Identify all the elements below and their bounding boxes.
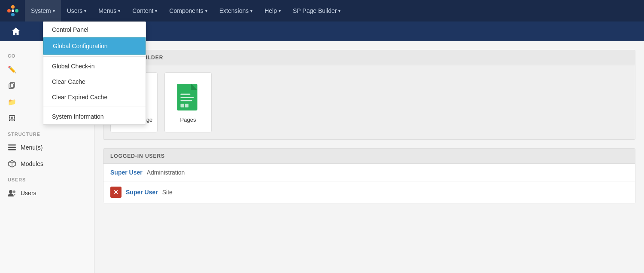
nav-sp-page-builder[interactable]: SP Page Builder ▾ (287, 0, 346, 21)
svg-rect-26 (185, 104, 188, 107)
sidebar-item-users[interactable]: Users (0, 185, 94, 201)
content-arrow-icon: ▾ (155, 9, 157, 13)
dropdown-clear-cache[interactable]: Clear Cache (43, 74, 146, 89)
dropdown-divider-2 (43, 107, 146, 107)
sidebar-item-modules[interactable]: Modules (0, 156, 94, 172)
nav-items: System ▾ Users ▾ Menus ▾ Content ▾ Compo… (25, 0, 346, 21)
nav-extensions[interactable]: Extensions ▾ (213, 0, 258, 21)
dropdown-system-info[interactable]: System Information (43, 109, 146, 124)
svg-rect-25 (181, 104, 184, 107)
components-arrow-icon: ▾ (205, 9, 207, 13)
user-row-admin: Super User Administration (103, 164, 635, 181)
nav-components[interactable]: Components ▾ (163, 0, 213, 21)
dropdown-divider-1 (43, 56, 146, 57)
pencil-icon: ✏️ (8, 65, 16, 74)
menus-arrow-icon: ▾ (118, 9, 120, 13)
sp-page-builder-title: SP PAGE BUILDER (103, 50, 635, 65)
svg-point-15 (13, 190, 15, 193)
svg-point-14 (9, 190, 12, 193)
sidebar-item-menus[interactable]: Menu(s) (0, 139, 94, 156)
svg-point-2 (15, 9, 18, 12)
top-nav: System ▾ Users ▾ Menus ▾ Content ▾ Compo… (0, 0, 644, 21)
dropdown-clear-expired-cache[interactable]: Clear Expired Cache (43, 89, 146, 105)
svg-point-4 (7, 9, 11, 12)
joomla-logo[interactable] (4, 2, 21, 19)
logged-in-users-title: LOGGED-IN USERS (103, 149, 635, 164)
sidebar-section-structure: STRUCTURE (0, 126, 94, 139)
cube-icon (8, 160, 16, 168)
nav-system[interactable]: System ▾ (25, 0, 61, 21)
copy-icon (8, 81, 16, 90)
nav-content[interactable]: Content ▾ (126, 0, 163, 21)
svg-rect-9 (8, 147, 16, 148)
system-dropdown: Control Panel Global Configuration Globa… (43, 21, 146, 125)
user-badge-x: ✕ (110, 187, 122, 198)
user-context-admin: Administration (147, 169, 185, 176)
svg-rect-10 (8, 149, 16, 150)
logged-in-users-body: Super User Administration ✕ Super User S… (103, 164, 635, 203)
content-area: SP PAGE BUILDER (94, 41, 644, 273)
extensions-arrow-icon: ▾ (250, 9, 252, 13)
dropdown-global-checkin[interactable]: Global Check-in (43, 58, 146, 74)
dropdown-control-panel[interactable]: Control Panel (43, 22, 146, 37)
svg-rect-6 (9, 84, 13, 89)
svg-rect-22 (181, 93, 191, 95)
sidebar-menus-label: Menu(s) (21, 144, 43, 151)
svg-rect-23 (181, 96, 194, 98)
dropdown-global-config[interactable]: Global Configuration (43, 37, 146, 55)
svg-point-5 (12, 9, 14, 12)
users-arrow-icon: ▾ (84, 9, 86, 13)
user-context-site: Site (162, 189, 173, 196)
image-icon: 🖼 (8, 114, 16, 123)
pages-card[interactable]: Pages (164, 72, 212, 132)
nav-menus[interactable]: Menus ▾ (92, 0, 126, 21)
users-icon (8, 189, 16, 197)
folder-icon: 📁 (8, 98, 16, 106)
menu-icon (8, 143, 16, 152)
svg-point-3 (11, 13, 15, 16)
user-link-site[interactable]: Super User (126, 189, 158, 196)
sidebar-section-users: USERS (0, 172, 94, 185)
svg-rect-8 (8, 144, 16, 146)
user-row-site: ✕ Super User Site (103, 181, 635, 203)
svg-rect-7 (10, 83, 15, 87)
pages-icon (175, 82, 201, 112)
sidebar-modules-label: Modules (21, 160, 43, 167)
nav-help[interactable]: Help ▾ (258, 0, 287, 21)
sp-arrow-icon: ▾ (338, 9, 340, 13)
home-button[interactable] (7, 24, 25, 39)
svg-point-1 (11, 5, 15, 9)
nav-users[interactable]: Users ▾ (61, 0, 93, 21)
svg-rect-24 (181, 100, 192, 101)
logged-in-users-panel: LOGGED-IN USERS Super User Administratio… (103, 148, 635, 203)
sp-page-builder-body: Add New Page (103, 65, 635, 139)
system-arrow-icon: ▾ (53, 9, 55, 13)
pages-label: Pages (180, 117, 196, 123)
sidebar-users-label: Users (21, 190, 36, 196)
user-link-admin[interactable]: Super User (110, 169, 143, 176)
help-arrow-icon: ▾ (279, 9, 281, 13)
sp-page-builder-panel: SP PAGE BUILDER (103, 50, 635, 140)
